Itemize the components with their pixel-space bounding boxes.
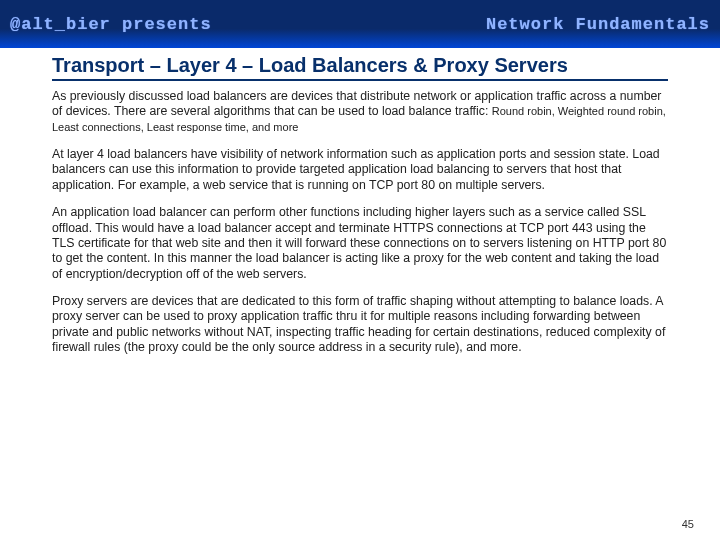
slide-title: Transport – Layer 4 – Load Balancers & P…	[52, 54, 668, 81]
slide-content: Transport – Layer 4 – Load Balancers & P…	[0, 48, 720, 355]
paragraph-4: Proxy servers are devices that are dedic…	[52, 294, 668, 355]
paragraph-2: At layer 4 load balancers have visibilit…	[52, 147, 668, 193]
banner-left-text: @alt_bier presents	[10, 15, 212, 34]
paragraph-1: As previously discussed load balancers a…	[52, 89, 668, 135]
paragraph-3: An application load balancer can perform…	[52, 205, 668, 282]
banner-right-text: Network Fundamentals	[486, 15, 710, 34]
slide-banner: @alt_bier presents Network Fundamentals	[0, 0, 720, 48]
slide: @alt_bier presents Network Fundamentals …	[0, 0, 720, 540]
page-number: 45	[682, 518, 694, 530]
